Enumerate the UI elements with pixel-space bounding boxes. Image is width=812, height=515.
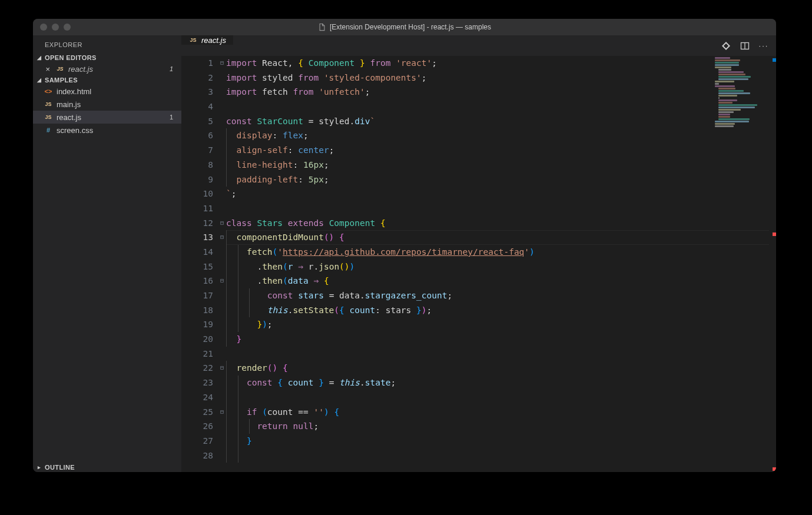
code-line[interactable]: this.setState({ count: stars }); bbox=[226, 303, 776, 318]
code-line[interactable]: } bbox=[226, 434, 776, 448]
code-line[interactable] bbox=[226, 99, 776, 114]
dirty-badge: 1 bbox=[167, 65, 175, 72]
fold-toggle bbox=[218, 390, 226, 405]
code-line[interactable]: padding-left: 5px; bbox=[226, 172, 776, 187]
fold-toggle bbox=[218, 128, 226, 143]
sidebar: EXPLORER ◢ OPEN EDITORS × JS react.js 1 … bbox=[33, 35, 181, 472]
outline-header[interactable]: ▸ OUTLINE bbox=[33, 463, 181, 472]
code-line[interactable] bbox=[226, 201, 776, 216]
fold-toggle[interactable]: ⊟ bbox=[218, 56, 226, 71]
fold-toggle bbox=[218, 71, 226, 85]
line-number: 16 bbox=[181, 274, 213, 288]
code-line[interactable]: .then(data ⇒ { bbox=[226, 274, 776, 288]
tab-label: react.js bbox=[201, 36, 226, 45]
fold-toggle bbox=[218, 434, 226, 448]
fold-toggle bbox=[218, 419, 226, 434]
code-line[interactable] bbox=[226, 448, 776, 463]
overview-ruler[interactable] bbox=[769, 56, 776, 472]
window-title-text: [Extension Development Host] - react.js … bbox=[330, 23, 491, 31]
line-number: 11 bbox=[181, 201, 213, 216]
fold-toggle bbox=[218, 99, 226, 114]
line-number: 7 bbox=[181, 143, 213, 158]
fold-toggle bbox=[218, 143, 226, 158]
html-file-icon: <> bbox=[44, 87, 53, 96]
more-actions-icon[interactable]: ··· bbox=[758, 41, 769, 51]
css-file-icon: # bbox=[44, 125, 53, 135]
code-editor[interactable]: 1234567891011121314151617181920212223242… bbox=[181, 56, 776, 472]
line-number: 23 bbox=[181, 376, 213, 390]
workspace-header[interactable]: ◢ SAMPLES bbox=[33, 75, 181, 85]
close-editor-icon[interactable]: × bbox=[44, 65, 52, 74]
file-name: main.js bbox=[57, 100, 81, 109]
chevron-down-icon: ◢ bbox=[37, 55, 42, 61]
code-line[interactable]: render() { bbox=[226, 361, 776, 376]
chevron-down-icon: ◢ bbox=[37, 77, 42, 83]
window-title: [Extension Development Host] - react.js … bbox=[33, 23, 776, 31]
line-number: 10 bbox=[181, 187, 213, 201]
fold-toggle[interactable]: ⊟ bbox=[218, 274, 226, 288]
code-line[interactable]: `; bbox=[226, 187, 776, 201]
file-name: screen.css bbox=[57, 126, 93, 135]
fold-toggle bbox=[218, 288, 226, 303]
code-line[interactable]: } bbox=[226, 332, 776, 347]
line-number: 26 bbox=[181, 419, 213, 434]
line-number: 24 bbox=[181, 390, 213, 405]
file-icon bbox=[318, 23, 326, 31]
fold-toggle[interactable]: ⊟ bbox=[218, 230, 226, 245]
fold-toggle bbox=[218, 347, 226, 361]
show-changes-icon[interactable] bbox=[721, 41, 731, 51]
code-line[interactable]: class Stars extends Component { bbox=[226, 216, 776, 231]
code-line[interactable]: fetch('https://api.github.com/repos/tima… bbox=[226, 245, 776, 260]
code-line[interactable]: line-height: 16px; bbox=[226, 158, 776, 172]
code-line[interactable]: componentDidMount() { bbox=[226, 230, 776, 245]
file-name: index.html bbox=[57, 87, 91, 96]
code-line[interactable]: const StarCount = styled.div` bbox=[226, 114, 776, 129]
file-tree-item[interactable]: JS react.js 1 bbox=[33, 111, 181, 124]
code-line[interactable]: align-self: center; bbox=[226, 143, 776, 158]
fold-toggle bbox=[218, 303, 226, 318]
code-line[interactable]: const { count } = this.state; bbox=[226, 376, 776, 390]
fold-toggle bbox=[218, 448, 226, 463]
code-line[interactable]: }); bbox=[226, 317, 776, 332]
code-line[interactable]: if (count == '') { bbox=[226, 405, 776, 420]
line-number: 27 bbox=[181, 434, 213, 448]
open-editors-label: OPEN EDITORS bbox=[45, 54, 97, 61]
vscode-window: [Extension Development Host] - react.js … bbox=[33, 19, 776, 472]
titlebar: [Extension Development Host] - react.js … bbox=[33, 19, 776, 35]
code-line[interactable] bbox=[226, 347, 776, 361]
line-number: 19 bbox=[181, 317, 213, 332]
code-line[interactable]: return null; bbox=[226, 419, 776, 434]
code-line[interactable]: .then(r ⇒ r.json()) bbox=[226, 260, 776, 274]
line-number: 15 bbox=[181, 260, 213, 274]
fold-toggle bbox=[218, 85, 226, 99]
line-number: 14 bbox=[181, 245, 213, 260]
open-editors-header[interactable]: ◢ OPEN EDITORS bbox=[33, 53, 181, 62]
line-number: 25 bbox=[181, 405, 213, 420]
code-line[interactable]: import React, { Component } from 'react'… bbox=[226, 56, 776, 71]
fold-toggle bbox=[218, 201, 226, 216]
open-editor-item[interactable]: × JS react.js 1 bbox=[33, 62, 181, 75]
fold-toggle[interactable]: ⊟ bbox=[218, 405, 226, 420]
file-tree-item[interactable]: <> index.html bbox=[33, 85, 181, 98]
split-editor-icon[interactable] bbox=[740, 41, 750, 51]
file-tree-item[interactable]: # screen.css bbox=[33, 124, 181, 137]
editor-tab[interactable]: JS react.js bbox=[181, 35, 234, 45]
fold-toggle[interactable]: ⊟ bbox=[218, 361, 226, 376]
fold-toggle[interactable]: ⊟ bbox=[218, 216, 226, 231]
code-line[interactable] bbox=[226, 390, 776, 405]
line-number: 13 bbox=[181, 230, 213, 245]
code-line[interactable]: const stars = data.stargazers_count; bbox=[226, 288, 776, 303]
tabbar: JS react.js ··· bbox=[181, 35, 776, 56]
line-number: 12 bbox=[181, 216, 213, 231]
fold-toggle bbox=[218, 260, 226, 274]
fold-toggle bbox=[218, 317, 226, 332]
chevron-right-icon: ▸ bbox=[37, 464, 42, 470]
sidebar-title: EXPLORER bbox=[33, 35, 181, 53]
line-number: 2 bbox=[181, 71, 213, 85]
fold-toggle bbox=[218, 245, 226, 260]
code-line[interactable]: import fetch from 'unfetch'; bbox=[226, 85, 776, 99]
code-line[interactable]: import styled from 'styled-components'; bbox=[226, 71, 776, 85]
code-content[interactable]: import React, { Component } from 'react'… bbox=[226, 56, 776, 472]
file-tree-item[interactable]: JS main.js bbox=[33, 98, 181, 111]
code-line[interactable]: display: flex; bbox=[226, 128, 776, 143]
